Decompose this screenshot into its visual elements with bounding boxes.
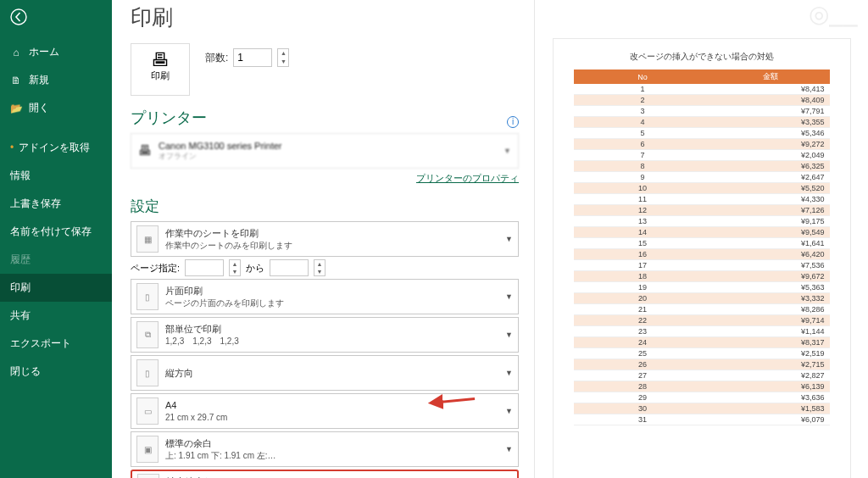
nav-icon: 🗎 — [10, 75, 22, 86]
printer-section-header: プリンター — [131, 108, 519, 128]
collate-selector[interactable]: ⧉ 部単位で印刷1,2,3 1,2,3 1,2,3 ▼ — [131, 317, 519, 353]
table-row: 22¥9,714 — [574, 315, 830, 326]
page-to-spinner[interactable]: ▲▼ — [314, 259, 326, 276]
table-row: 12¥7,126 — [574, 205, 830, 216]
printer-icon: 🖶 — [138, 143, 152, 158]
table-row: 20¥3,332 — [574, 293, 830, 304]
table-row: 9¥2,647 — [574, 172, 830, 183]
table-row: 6¥9,272 — [574, 139, 830, 150]
sidebar-item-9[interactable]: 共有 — [0, 302, 112, 330]
sidebar-item-10[interactable]: エクスポート — [0, 330, 112, 358]
backstage-sidebar: ⌂ホーム🗎新規📂開くアドインを取得情報上書き保存名前を付けて保存履歴印刷共有エク… — [0, 0, 112, 478]
table-row: 17¥7,536 — [574, 260, 830, 271]
preview-table: No金額 1¥8,4132¥8,4093¥7,7914¥3,3555¥5,346… — [574, 69, 830, 425]
table-row: 31¥6,079 — [574, 414, 830, 425]
page-title: 印刷 — [131, 3, 519, 31]
sidebar-item-5[interactable]: 上書き保存 — [0, 190, 112, 218]
watermark-decoration: ◎⎯⎯ — [809, 0, 858, 28]
sheets-icon: ▦ — [136, 225, 159, 253]
chevron-down-icon: ▼ — [505, 331, 513, 339]
printer-selector[interactable]: 🖶 Canon MG3100 series Printer オフライン ▼ — [131, 133, 519, 169]
scaling-selector[interactable]: 100 拡大縮小なしシートを実際のサイズで印刷します ▼ — [131, 470, 519, 478]
copies-label: 部数: — [205, 51, 228, 65]
sidebar-item-1[interactable]: 🗎新規 — [0, 66, 112, 94]
sidebar-item-4[interactable]: 情報 — [0, 162, 112, 190]
table-row: 8¥6,325 — [574, 161, 830, 172]
table-row: 23¥1,144 — [574, 326, 830, 337]
copies-input[interactable] — [233, 48, 272, 67]
sidebar-item-2[interactable]: 📂開く — [0, 94, 112, 122]
back-button[interactable] — [0, 5, 112, 38]
chevron-down-icon: ▼ — [505, 235, 513, 243]
table-row: 16¥6,420 — [574, 249, 830, 260]
table-row: 14¥9,549 — [574, 227, 830, 238]
duplex-selector[interactable]: ▯ 片面印刷ページの片面のみを印刷します ▼ — [131, 279, 519, 314]
table-row: 21¥8,286 — [574, 304, 830, 315]
printer-properties-link[interactable]: プリンターのプロパティ — [416, 173, 519, 183]
table-row: 7¥2,049 — [574, 150, 830, 161]
table-row: 5¥5,346 — [574, 128, 830, 139]
portrait-icon: ▯ — [136, 359, 159, 386]
sidebar-item-0[interactable]: ⌂ホーム — [0, 38, 112, 66]
table-row: 19¥5,363 — [574, 282, 830, 293]
table-row: 18¥9,672 — [574, 271, 830, 282]
table-row: 26¥2,715 — [574, 359, 830, 370]
print-what-selector[interactable]: ▦ 作業中のシートを印刷作業中のシートのみを印刷します ▼ — [131, 221, 519, 257]
collate-icon: ⧉ — [136, 321, 159, 348]
nav-icon: ⌂ — [10, 47, 22, 58]
table-row: 10¥5,520 — [574, 183, 830, 194]
printer-icon: 🖶 — [131, 51, 189, 69]
page-from-input[interactable] — [185, 259, 224, 276]
sidebar-item-3[interactable]: アドインを取得 — [0, 134, 112, 162]
chevron-down-icon: ▼ — [505, 445, 513, 453]
print-settings-panel: 印刷 🖶 印刷 部数: ▲▼ プリンター i 🖶 Canon MG3100 se… — [112, 0, 534, 478]
chevron-down-icon: ▼ — [505, 407, 513, 415]
margins-selector[interactable]: ▣ 標準の余白上: 1.91 cm 下: 1.91 cm 左:… ▼ — [131, 431, 519, 467]
table-row: 29¥3,636 — [574, 392, 830, 403]
sidebar-item-11[interactable]: 閉じる — [0, 358, 112, 386]
scaling-icon: 100 — [137, 474, 159, 478]
table-row: 15¥1,641 — [574, 238, 830, 249]
table-row: 3¥7,791 — [574, 106, 830, 117]
sidebar-item-8[interactable]: 印刷 — [0, 274, 112, 302]
sidebar-item-7: 履歴 — [0, 246, 112, 274]
nav-icon: 📂 — [10, 103, 22, 114]
print-button[interactable]: 🖶 印刷 — [131, 43, 190, 96]
info-icon[interactable]: i — [507, 116, 519, 128]
margins-icon: ▣ — [136, 436, 159, 463]
table-row: 13¥9,175 — [574, 216, 830, 227]
chevron-down-icon: ▼ — [505, 292, 513, 301]
sidebar-item-6[interactable]: 名前を付けて保存 — [0, 218, 112, 246]
chevron-down-icon: ▼ — [504, 147, 511, 155]
page-to-input[interactable] — [270, 259, 309, 276]
page-range-row: ページ指定: ▲▼ から ▲▼ — [131, 259, 519, 276]
table-row: 4¥3,355 — [574, 117, 830, 128]
chevron-down-icon: ▼ — [505, 369, 513, 377]
table-row: 25¥2,519 — [574, 348, 830, 359]
svg-point-0 — [11, 9, 26, 25]
page-icon: ▭ — [136, 397, 159, 425]
table-row: 24¥8,317 — [574, 337, 830, 348]
table-row: 27¥2,827 — [574, 370, 830, 381]
print-preview-area: ◎⎯⎯ 改ページの挿入ができない場合の対処 No金額 1¥8,4132¥8,40… — [534, 0, 868, 478]
page-single-icon: ▯ — [136, 283, 159, 310]
table-row: 28¥6,139 — [574, 381, 830, 392]
preview-page: 改ページの挿入ができない場合の対処 No金額 1¥8,4132¥8,4093¥7… — [554, 39, 850, 478]
settings-section-header: 設定 — [131, 197, 519, 216]
copies-spinner[interactable]: ▲▼ — [277, 48, 289, 67]
table-row: 2¥8,409 — [574, 95, 830, 106]
table-row: 30¥1,583 — [574, 403, 830, 414]
table-row: 11¥4,330 — [574, 194, 830, 205]
table-row: 1¥8,413 — [574, 84, 830, 95]
page-from-spinner[interactable]: ▲▼ — [229, 259, 241, 276]
